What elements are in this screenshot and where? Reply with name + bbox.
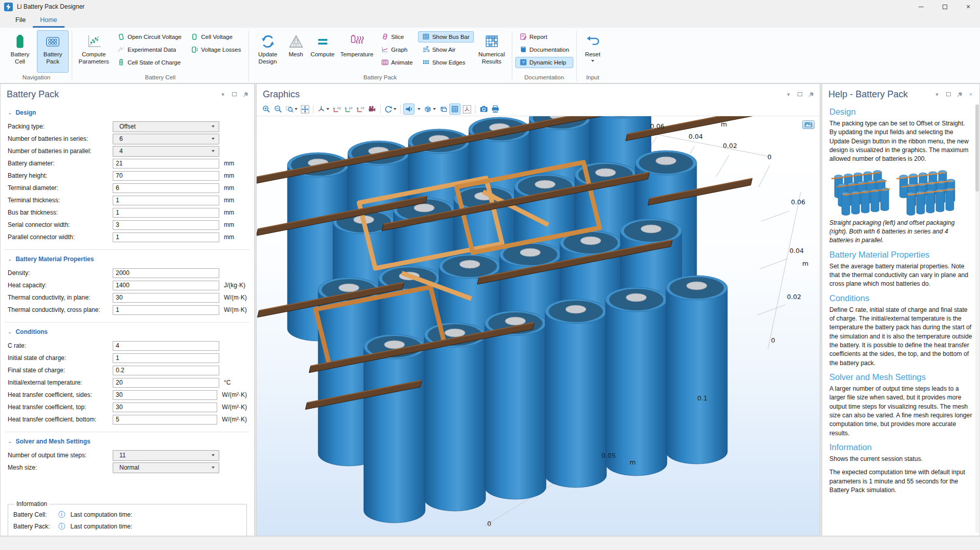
menu-file[interactable]: File <box>8 13 33 28</box>
field-control: Offset <box>113 121 219 132</box>
compute-button[interactable]: Compute <box>308 30 337 73</box>
battery-diameter-input[interactable] <box>113 159 219 168</box>
show-axis-orientation-icon[interactable] <box>461 103 472 115</box>
density-input[interactable] <box>113 268 219 278</box>
terminal-diameter-input[interactable] <box>113 183 219 193</box>
default-3d-view-icon[interactable] <box>316 103 330 115</box>
close-button[interactable]: × <box>956 0 980 13</box>
show-bus-bar-button[interactable]: Show Bus Bar <box>418 31 474 43</box>
main-area: Battery Pack ▾ ⌄Design Packing type:Offs… <box>0 83 980 536</box>
c-rate-input[interactable] <box>113 341 219 351</box>
plot-settings-icon[interactable] <box>802 120 815 129</box>
battery-height-input[interactable] <box>113 171 219 181</box>
panel-float-icon[interactable] <box>796 91 803 98</box>
initial-external-temperature-input[interactable] <box>113 378 219 388</box>
minimize-button[interactable] <box>909 0 933 13</box>
battery-cell-button[interactable]: Battery Cell <box>4 30 36 73</box>
panel-close-icon[interactable]: × <box>967 91 974 98</box>
report-button[interactable]: Report <box>515 31 573 43</box>
panel-menu-icon[interactable]: ▾ <box>219 91 226 98</box>
animate-button[interactable]: Animate <box>377 57 417 68</box>
final-state-of-charge-input[interactable] <box>113 366 219 375</box>
field-unit: J/(kg·K) <box>224 282 245 289</box>
zoom-box-icon[interactable] <box>284 103 299 115</box>
panel-menu-icon[interactable]: ▾ <box>785 91 792 98</box>
voltage-losses-button[interactable]: Voltage Losses <box>186 44 245 55</box>
section-header-conditions[interactable]: ⌄Conditions <box>8 328 247 335</box>
environment-icon[interactable] <box>423 103 437 115</box>
temperature-button[interactable]: Temperature <box>338 30 376 73</box>
dynamic-help-button[interactable]: ? Dynamic Help <box>515 57 573 68</box>
htc-sides-input[interactable] <box>113 390 217 400</box>
open-circuit-voltage-button[interactable]: Open Circuit Voltage <box>113 31 185 43</box>
reset-button[interactable]: Reset <box>580 30 606 73</box>
terminal-thickness-input[interactable] <box>113 196 219 205</box>
initial-state-of-charge-input[interactable] <box>113 353 219 363</box>
print-icon[interactable] <box>490 103 501 115</box>
documentation-button[interactable]: Documentation <box>515 44 573 55</box>
experimental-data-button[interactable]: Experimental Data <box>113 44 185 55</box>
section-header-design[interactable]: ⌄Design <box>8 109 247 116</box>
menu-home[interactable]: Home <box>33 13 64 28</box>
ribbon-button-label: Battery Pack <box>38 51 68 66</box>
form-row: Heat transfer coefficient, top:W/(m²·K) <box>8 401 247 413</box>
thermal-conductivity-in-plane-input[interactable] <box>113 293 219 303</box>
show-frame-icon[interactable] <box>437 103 449 115</box>
panel-pin-icon[interactable] <box>807 91 815 98</box>
scene-light-icon[interactable] <box>403 103 414 115</box>
graph-button[interactable]: Graph <box>377 44 417 55</box>
image-snapshot-icon[interactable] <box>478 103 489 115</box>
axis-tick-label: 0.06 <box>791 198 805 206</box>
field-label: Parallel connector width: <box>8 234 113 241</box>
rotate-icon[interactable] <box>383 103 398 115</box>
help-scrollbar-thumb[interactable] <box>975 104 979 192</box>
movie-camera-icon[interactable] <box>366 103 378 115</box>
go-to-yz-view-icon[interactable]: yz <box>343 103 354 115</box>
panel-pin-icon[interactable] <box>242 91 249 98</box>
slice-button[interactable]: Slice <box>377 31 417 43</box>
show-grid-icon[interactable] <box>449 103 461 115</box>
update-design-button[interactable]: Update Design <box>252 30 284 73</box>
section-header-solver-mesh[interactable]: ⌄Solver and Mesh Settings <box>8 438 247 445</box>
panel-menu-icon[interactable]: ▾ <box>933 91 941 98</box>
htc-bottom-input[interactable] <box>113 415 217 425</box>
graphics-canvas-3d[interactable]: 0.060.04m0.0200.060.04m0.0200.10.05m0 <box>257 116 820 536</box>
show-edges-button[interactable]: Show Edges <box>418 57 474 68</box>
section-header-battery-material-properties[interactable]: ⌄Battery Material Properties <box>8 256 247 263</box>
cell-state-of-charge-button[interactable]: Cell State of Charge <box>113 57 185 68</box>
maximize-button[interactable] <box>933 0 956 13</box>
go-to-xy-view-icon[interactable]: xy <box>331 103 342 115</box>
battery-cell-icon <box>13 33 27 50</box>
go-to-xz-view-icon[interactable]: xz <box>355 103 366 115</box>
num-parallel-select[interactable]: 4 <box>113 146 219 157</box>
num-series-select[interactable]: 6 <box>113 134 219 144</box>
cell-voltage-button[interactable]: Cell Voltage <box>186 31 245 43</box>
serial-connector-width-input[interactable] <box>113 220 219 230</box>
parallel-connector-width-input[interactable] <box>113 232 219 242</box>
mesh-size-select[interactable]: Normal <box>113 462 219 473</box>
zoom-in-icon[interactable] <box>261 103 272 115</box>
compute-parameters-button[interactable]: Compute Parameters <box>75 30 112 73</box>
htc-top-input[interactable] <box>113 403 217 412</box>
panel-float-icon[interactable] <box>945 91 952 98</box>
field-control <box>113 403 217 412</box>
help-scrollbar[interactable] <box>975 104 979 533</box>
panel-float-icon[interactable] <box>231 91 238 98</box>
mesh-button[interactable]: Mesh <box>285 30 307 73</box>
panel-pin-icon[interactable] <box>956 91 963 98</box>
packing-type-select[interactable]: Offset <box>113 121 219 132</box>
output-time-steps-select[interactable]: 11 <box>113 450 219 461</box>
axis-tick-label: m <box>802 260 808 267</box>
thermal-conductivity-cross-plane-input[interactable] <box>113 305 219 315</box>
field-control <box>113 353 219 363</box>
zoom-extents-icon[interactable] <box>299 103 310 115</box>
show-air-button[interactable]: Show Air <box>418 44 474 55</box>
axis-tick-label: 0.05 <box>601 452 616 459</box>
battery-pack-button[interactable]: Battery Pack <box>37 30 69 73</box>
battery-pack-3d-scene[interactable] <box>257 116 820 535</box>
heat-capacity-input[interactable] <box>113 281 219 290</box>
scene-light-dropdown[interactable] <box>415 103 422 115</box>
zoom-out-icon[interactable] <box>273 103 284 115</box>
numerical-results-button[interactable]: Numerical Results <box>475 30 509 73</box>
bus-bar-thickness-input[interactable] <box>113 208 219 218</box>
